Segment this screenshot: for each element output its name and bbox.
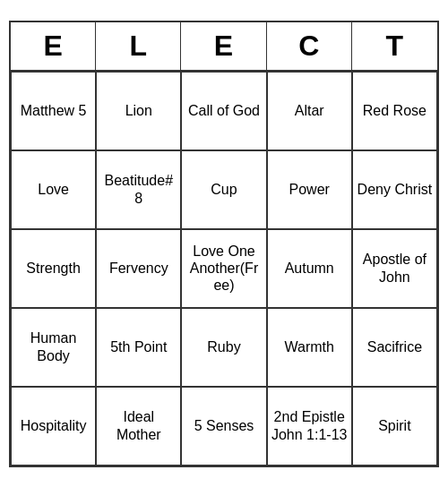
cell-4: Red Rose bbox=[352, 72, 437, 150]
bingo-grid: Matthew 5LionCall of GodAltarRed RoseLov… bbox=[11, 72, 437, 466]
cell-11: Fervency bbox=[96, 229, 181, 308]
cell-text-0: Matthew 5 bbox=[21, 102, 87, 119]
cell-9: Deny Christ bbox=[352, 150, 437, 229]
cell-7: Cup bbox=[181, 150, 266, 229]
header-letter-T: T bbox=[352, 22, 437, 70]
cell-text-20: Hospitality bbox=[21, 417, 87, 434]
cell-6: Beatitude#8 bbox=[96, 150, 181, 229]
cell-12: Love One Another(Free) bbox=[181, 229, 266, 308]
cell-text-15: Human Body bbox=[15, 329, 91, 363]
cell-text-10: Strength bbox=[26, 260, 80, 277]
cell-text-12: Love One Another(Free) bbox=[185, 243, 262, 295]
cell-20: Hospitality bbox=[11, 387, 96, 466]
cell-text-24: Spirit bbox=[378, 417, 410, 434]
cell-18: Warmth bbox=[267, 308, 352, 387]
bingo-card: ELECT Matthew 5LionCall of GodAltarRed R… bbox=[9, 21, 439, 467]
cell-5: Love bbox=[11, 150, 96, 229]
cell-15: Human Body bbox=[11, 308, 96, 387]
cell-10: Strength bbox=[11, 229, 96, 308]
cell-text-19: Sacifrice bbox=[367, 338, 422, 355]
cell-8: Power bbox=[267, 150, 352, 229]
cell-text-7: Cup bbox=[211, 181, 237, 198]
cell-text-4: Red Rose bbox=[363, 102, 426, 119]
cell-17: Ruby bbox=[181, 308, 266, 387]
cell-14: Apostle of John bbox=[352, 229, 437, 308]
cell-3: Altar bbox=[267, 72, 352, 150]
header-letter-E: E bbox=[181, 22, 266, 70]
cell-text-8: Power bbox=[289, 181, 330, 198]
cell-text-9: Deny Christ bbox=[358, 181, 433, 198]
cell-19: Sacifrice bbox=[352, 308, 437, 387]
cell-text-23: 2nd Epistle John 1:1-13 bbox=[271, 408, 348, 442]
cell-23: 2nd Epistle John 1:1-13 bbox=[267, 387, 352, 466]
cell-22: 5 Senses bbox=[181, 387, 266, 466]
cell-text-17: Ruby bbox=[207, 338, 240, 355]
header-letter-L: L bbox=[96, 22, 181, 70]
header-letter-E: E bbox=[11, 22, 96, 70]
cell-text-13: Autumn bbox=[285, 260, 334, 277]
cell-text-18: Warmth bbox=[284, 338, 333, 355]
cell-13: Autumn bbox=[267, 229, 352, 308]
bingo-header: ELECT bbox=[11, 22, 437, 72]
cell-text-16: 5th Point bbox=[110, 338, 167, 355]
cell-text-11: Fervency bbox=[109, 260, 168, 277]
cell-text-1: Lion bbox=[125, 102, 152, 119]
cell-16: 5th Point bbox=[96, 308, 181, 387]
cell-21: Ideal Mother bbox=[96, 387, 181, 466]
cell-text-22: 5 Senses bbox=[194, 417, 254, 434]
cell-text-6: Beatitude#8 bbox=[100, 172, 177, 206]
cell-1: Lion bbox=[96, 72, 181, 150]
cell-24: Spirit bbox=[352, 387, 437, 466]
cell-text-5: Love bbox=[38, 181, 69, 198]
cell-text-3: Altar bbox=[295, 102, 324, 119]
cell-2: Call of God bbox=[181, 72, 266, 150]
header-letter-C: C bbox=[267, 22, 352, 70]
cell-0: Matthew 5 bbox=[11, 72, 96, 150]
cell-text-21: Ideal Mother bbox=[100, 408, 177, 442]
cell-text-2: Call of God bbox=[188, 102, 260, 119]
cell-text-14: Apostle of John bbox=[357, 251, 433, 285]
